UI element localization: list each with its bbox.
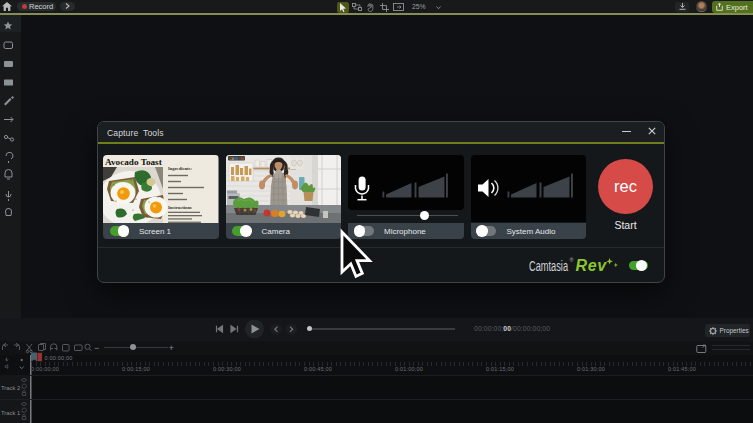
svg-text:SH: SH: [234, 157, 238, 161]
svg-text:Ingredients:: Ingredients:: [168, 166, 192, 171]
svg-text:Avocado Toast: Avocado Toast: [105, 157, 163, 167]
svg-text:Instructions: Instructions: [168, 205, 192, 210]
svg-text:OW: OW: [239, 157, 244, 161]
